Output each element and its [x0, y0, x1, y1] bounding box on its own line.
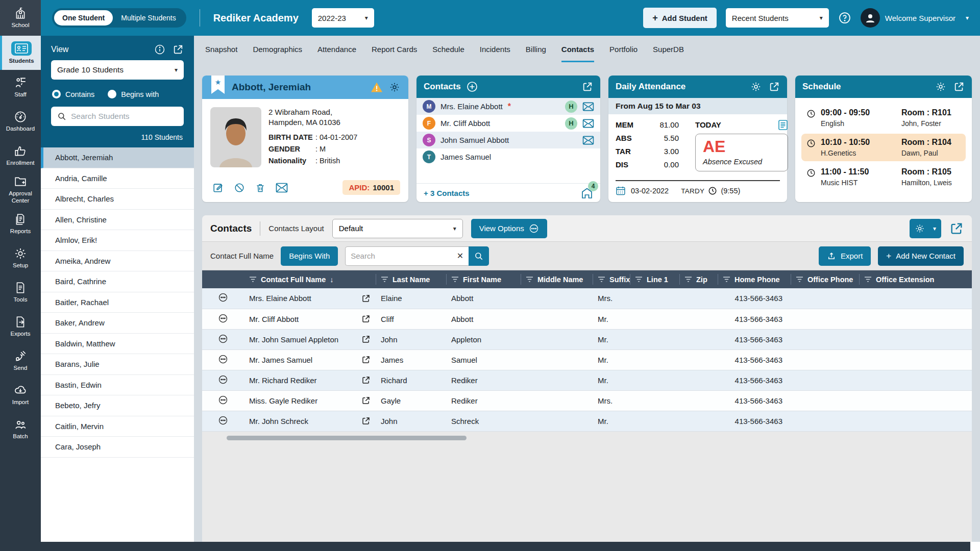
external-link-icon[interactable] [582, 81, 593, 92]
student-list-item[interactable]: Baldwin, Matthew [41, 334, 194, 355]
sidebar-item-staff[interactable]: Staff [0, 70, 41, 104]
student-list-item[interactable]: Andria, Camille [41, 168, 194, 189]
search-button[interactable] [469, 246, 489, 266]
settings-gear-icon[interactable] [935, 81, 946, 92]
column-header-contact-full-name[interactable]: Contact Full Name↓ [244, 270, 376, 288]
open-contact-icon[interactable] [361, 335, 371, 344]
open-contact-icon[interactable] [361, 355, 371, 364]
open-contact-icon[interactable] [361, 375, 371, 385]
filter-icon[interactable] [635, 276, 643, 283]
student-list-item[interactable]: Cara, Joseph [41, 437, 194, 458]
tab-report-cards[interactable]: Report Cards [372, 45, 417, 62]
student-list-item[interactable]: Bebeto, Jefry [41, 395, 194, 416]
view-options-button[interactable]: View Options [471, 219, 547, 238]
help-icon[interactable] [838, 11, 851, 24]
edit-icon[interactable] [212, 182, 224, 193]
sidebar-item-students[interactable]: Students [0, 36, 41, 70]
sidebar-item-setup[interactable]: Setup [0, 241, 41, 275]
sidebar-item-exports[interactable]: Exports [0, 309, 41, 343]
column-header-office-phone[interactable]: Office Phone [791, 270, 859, 288]
tab-portfolio[interactable]: Portfolio [609, 45, 638, 62]
table-row[interactable]: Mr. Richard Rediker Richard Rediker Mr. … [202, 370, 972, 390]
settings-gear-icon[interactable] [750, 81, 762, 92]
open-contact-icon[interactable] [361, 294, 371, 303]
household-home-icon[interactable]: 4 [581, 187, 593, 198]
toggle-one-student[interactable]: One Student [54, 10, 113, 26]
add-contact-icon[interactable] [466, 81, 478, 93]
filter-icon[interactable] [598, 276, 605, 283]
recent-students-select[interactable]: Recent Students ▾ [726, 8, 829, 28]
table-row[interactable]: Miss. Gayle Rediker Gayle Rediker Mrs. 4… [202, 390, 972, 411]
column-header-home-phone[interactable]: Home Phone [718, 270, 791, 288]
settings-gear-icon[interactable] [389, 82, 400, 93]
tab-snapshot[interactable]: Snapshot [205, 45, 237, 62]
external-link-icon[interactable] [949, 221, 964, 236]
tab-billing[interactable]: Billing [526, 45, 546, 62]
add-student-button[interactable]: + Add Student [643, 8, 717, 28]
tab-contacts[interactable]: Contacts [561, 45, 594, 62]
student-list-item[interactable]: Albrecht, Charles [41, 189, 194, 210]
student-list-item[interactable]: Baitler, Rachael [41, 292, 194, 313]
block-icon[interactable] [234, 182, 245, 193]
student-list-item[interactable]: Baker, Andrew [41, 313, 194, 334]
filter-icon[interactable] [381, 276, 388, 283]
row-menu-icon[interactable] [218, 395, 228, 405]
student-list-item[interactable]: Almlov, Erik! [41, 230, 194, 251]
info-icon[interactable] [154, 44, 165, 55]
column-header-middle-name[interactable]: Middle Name [521, 270, 593, 288]
external-link-icon[interactable] [173, 44, 184, 55]
external-link-icon[interactable] [769, 81, 780, 92]
column-header-last-name[interactable]: Last Name [376, 270, 446, 288]
add-new-contact-button[interactable]: + Add New Contact [878, 246, 964, 266]
delete-icon[interactable] [255, 182, 265, 193]
clear-search-icon[interactable]: ✕ [457, 251, 463, 261]
row-menu-icon[interactable] [218, 334, 228, 344]
tab-incidents[interactable]: Incidents [480, 45, 510, 62]
more-contacts-link[interactable]: + 3 Contacts [424, 189, 470, 197]
tab-attendance[interactable]: Attendance [317, 45, 356, 62]
column-header-suffix[interactable]: Suffix [593, 270, 630, 288]
schedule-entry-current[interactable]: 10:10 - 10:50 Room : R104 H.Genetics Daw… [801, 134, 966, 161]
grid-settings-button[interactable]: ▾ [910, 219, 941, 238]
sidebar-item-enrollment[interactable]: Enrollment [0, 138, 41, 172]
toggle-multiple-students[interactable]: Multiple Students [113, 10, 184, 26]
open-contact-icon[interactable] [361, 416, 371, 425]
filter-icon[interactable] [796, 276, 803, 283]
student-list-item[interactable]: Ameika, Andrew [41, 251, 194, 272]
tab-demographics[interactable]: Demographics [253, 45, 302, 62]
user-menu[interactable]: Welcome Supervisor ▾ [861, 8, 969, 28]
filter-icon[interactable] [526, 276, 533, 283]
radio-contains[interactable]: Contains [52, 90, 94, 98]
contacts-layout-select[interactable]: Default ▾ [332, 219, 463, 238]
filter-icon[interactable] [723, 276, 730, 283]
mail-icon[interactable] [582, 102, 594, 111]
sidebar-item-batch[interactable]: Batch [0, 412, 41, 446]
student-list-item[interactable]: Abbott, Jeremiah [41, 147, 194, 168]
filter-icon[interactable] [249, 276, 257, 283]
row-menu-icon[interactable] [218, 313, 228, 323]
sidebar-item-school[interactable]: School [0, 0, 41, 36]
table-row[interactable]: Mrs. Elaine Abbott Elaine Abbott Mrs. 41… [202, 288, 972, 309]
student-list-item[interactable]: Allen, Christine [41, 210, 194, 231]
column-header-line1[interactable]: Line 1 [630, 270, 679, 288]
warning-icon[interactable] [371, 82, 383, 93]
contact-row[interactable]: S John Samuel Abbott [416, 132, 600, 148]
sidebar-item-reports[interactable]: Reports [0, 207, 41, 241]
column-header-office-extension[interactable]: Office Extension [859, 270, 972, 288]
open-contact-icon[interactable] [361, 396, 371, 405]
tab-schedule[interactable]: Schedule [432, 45, 464, 62]
sidebar-item-import[interactable]: Import [0, 378, 41, 412]
sidebar-item-approval-center[interactable]: Approval Center [0, 172, 41, 207]
contact-row[interactable]: M Mrs. Elaine Abbott * H [416, 98, 600, 115]
student-list-item[interactable]: Barans, Julie [41, 354, 194, 375]
column-header-first-name[interactable]: First Name [446, 270, 521, 288]
schedule-entry[interactable]: 11:00 - 11:50 Room : R105 Music HIST Ham… [801, 163, 966, 191]
row-menu-icon[interactable] [218, 354, 228, 364]
attendance-note-icon[interactable] [778, 119, 788, 131]
sidebar-item-tools[interactable]: Tools [0, 275, 41, 309]
search-students-input[interactable] [71, 112, 178, 121]
table-row[interactable]: Mr. John Samuel Appleton John Appleton M… [202, 329, 972, 349]
sidebar-item-dashboard[interactable]: Dashboard [0, 104, 41, 138]
student-list-item[interactable]: Bastin, Edwin [41, 375, 194, 396]
bookmark-star-icon[interactable]: ★ [211, 76, 225, 94]
